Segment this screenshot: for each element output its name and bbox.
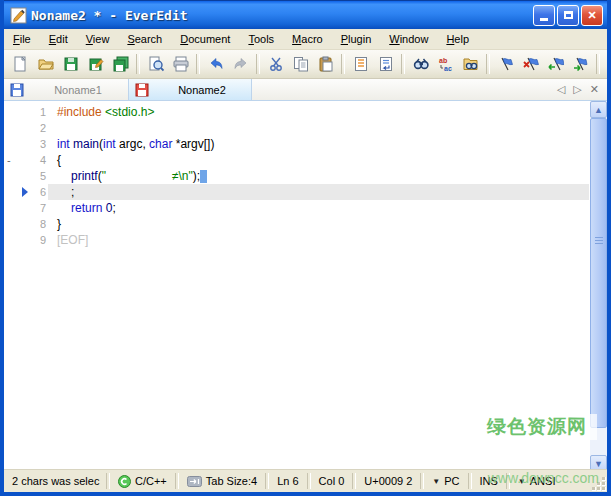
save-all-button[interactable] bbox=[108, 52, 133, 77]
gutter bbox=[4, 184, 30, 200]
copy-button[interactable] bbox=[288, 52, 313, 77]
scrollbar-thumb[interactable] bbox=[590, 118, 607, 428]
menu-bar: FileEditViewSearchDocumentToolsMacroPlug… bbox=[4, 29, 607, 50]
editor-pane[interactable]: 1#include <stdio.h>23int main(int argc, … bbox=[4, 101, 607, 472]
code-line-3[interactable]: 3int main(int argc, char *argv[]) bbox=[4, 136, 589, 152]
scroll-up-button[interactable]: ▲ bbox=[590, 101, 607, 118]
replace-button[interactable]: abac bbox=[433, 52, 458, 77]
code-line-8[interactable]: 8} bbox=[4, 216, 589, 232]
menu-window[interactable]: Window bbox=[380, 31, 437, 47]
tab-scroll-right-button[interactable]: ▷ bbox=[573, 83, 581, 96]
menu-view[interactable]: View bbox=[77, 31, 119, 47]
print-icon bbox=[173, 56, 189, 72]
maximize-button[interactable] bbox=[557, 5, 579, 26]
title-bar[interactable]: Noname2 * - EverEdit ✕ bbox=[4, 0, 607, 29]
code-line-2[interactable]: 2 bbox=[4, 120, 589, 136]
minimize-button[interactable] bbox=[533, 5, 555, 26]
tab-noname1[interactable]: Noname1 bbox=[4, 79, 128, 100]
line-content[interactable]: { bbox=[48, 152, 589, 168]
paste-button[interactable] bbox=[313, 52, 338, 77]
line-content[interactable]: [EOF] bbox=[48, 232, 589, 248]
code-line-4[interactable]: -4{ bbox=[4, 152, 589, 168]
code-line-9[interactable]: 9[EOF] bbox=[4, 232, 589, 248]
code-area[interactable]: 1#include <stdio.h>23int main(int argc, … bbox=[4, 104, 589, 248]
save-button[interactable] bbox=[58, 52, 83, 77]
status-tab-size[interactable]: Tab Size:4 bbox=[179, 470, 265, 492]
redo-icon bbox=[233, 56, 249, 72]
find-button[interactable] bbox=[408, 52, 433, 77]
menu-help[interactable]: Help bbox=[437, 31, 478, 47]
menu-plugin[interactable]: Plugin bbox=[332, 31, 381, 47]
menu-tools[interactable]: Tools bbox=[239, 31, 283, 47]
code-line-1[interactable]: 1#include <stdio.h> bbox=[4, 104, 589, 120]
line-number: 5 bbox=[30, 168, 48, 184]
toolbar-separator bbox=[256, 54, 260, 74]
line-content[interactable]: #include <stdio.h> bbox=[48, 104, 589, 120]
status-column-indicator: Col 0 bbox=[311, 470, 353, 492]
toggle-bookmark-button[interactable] bbox=[493, 52, 518, 77]
line-content[interactable] bbox=[48, 120, 589, 136]
syntax-mode-icon bbox=[118, 475, 131, 488]
tab-size-icon bbox=[187, 476, 202, 487]
code-line-7[interactable]: 7return 0; bbox=[4, 200, 589, 216]
gutter bbox=[4, 200, 30, 216]
code-token: *argv[]) bbox=[172, 137, 214, 151]
line-content[interactable]: } bbox=[48, 216, 589, 232]
close-button[interactable]: ✕ bbox=[581, 5, 603, 26]
save-as-icon bbox=[88, 56, 104, 72]
find-in-files-button[interactable] bbox=[458, 52, 483, 77]
selection-block bbox=[200, 170, 207, 183]
new-file-button[interactable] bbox=[8, 52, 33, 77]
next-bookmark-button[interactable] bbox=[568, 52, 593, 77]
menu-search[interactable]: Search bbox=[118, 31, 171, 47]
tab-close-button[interactable]: ✕ bbox=[590, 83, 599, 96]
replace-icon: abac bbox=[438, 56, 454, 72]
status-line-indicator: Ln 6 bbox=[269, 470, 306, 492]
word-wrap-button[interactable] bbox=[373, 52, 398, 77]
redo-button[interactable] bbox=[228, 52, 253, 77]
status-syntax-mode[interactable]: C/C++ bbox=[110, 470, 175, 492]
menu-edit[interactable]: Edit bbox=[40, 31, 77, 47]
clear-bookmarks-button[interactable] bbox=[518, 52, 543, 77]
saved-file-icon bbox=[10, 83, 24, 97]
code-token: printf bbox=[71, 169, 98, 183]
status-char-code: U+0009 2 bbox=[356, 470, 420, 492]
line-content[interactable]: ; bbox=[48, 184, 589, 200]
window-title: Noname2 * - EverEdit bbox=[31, 8, 531, 23]
menu-macro[interactable]: Macro bbox=[283, 31, 332, 47]
tab-scroll-left-button[interactable]: ◁ bbox=[557, 83, 565, 96]
scrollbar-grip bbox=[595, 237, 603, 246]
copy-icon bbox=[293, 56, 309, 72]
line-content[interactable]: printf("≠\n"); bbox=[48, 168, 589, 184]
prev-bookmark-button[interactable] bbox=[543, 52, 568, 77]
undo-button[interactable] bbox=[203, 52, 228, 77]
print-button[interactable] bbox=[168, 52, 193, 77]
view-settings-button[interactable] bbox=[603, 52, 611, 77]
line-content[interactable]: return 0; bbox=[48, 200, 589, 216]
gutter: - bbox=[4, 152, 30, 168]
document-list-button[interactable] bbox=[348, 52, 373, 77]
status-text: C/C++ bbox=[135, 475, 167, 487]
svg-text:ab: ab bbox=[439, 57, 447, 64]
dropdown-arrow-icon: ▼ bbox=[432, 477, 440, 486]
tab-bar: Noname1Noname2 ◁ ▷ ✕ bbox=[4, 79, 607, 101]
menu-document[interactable]: Document bbox=[171, 31, 239, 47]
code-token: ≠\n" bbox=[172, 169, 193, 183]
open-file-button[interactable] bbox=[33, 52, 58, 77]
menu-file[interactable]: File bbox=[4, 31, 40, 47]
fold-marker[interactable]: - bbox=[7, 152, 11, 168]
line-content[interactable]: int main(int argc, char *argv[]) bbox=[48, 136, 589, 152]
save-as-button[interactable] bbox=[83, 52, 108, 77]
status-line-ending[interactable]: ▼PC bbox=[424, 470, 467, 492]
gutter bbox=[4, 168, 30, 184]
print-preview-button[interactable] bbox=[143, 52, 168, 77]
print-preview-icon bbox=[148, 56, 164, 72]
code-line-6[interactable]: 6; bbox=[4, 184, 589, 200]
cut-button[interactable] bbox=[263, 52, 288, 77]
tab-nav: ◁ ▷ ✕ bbox=[549, 79, 607, 100]
status-text: Ln 6 bbox=[277, 475, 298, 487]
gutter bbox=[4, 216, 30, 232]
code-token: main bbox=[73, 137, 99, 151]
code-line-5[interactable]: 5printf("≠\n"); bbox=[4, 168, 589, 184]
tab-noname2[interactable]: Noname2 bbox=[128, 79, 252, 100]
